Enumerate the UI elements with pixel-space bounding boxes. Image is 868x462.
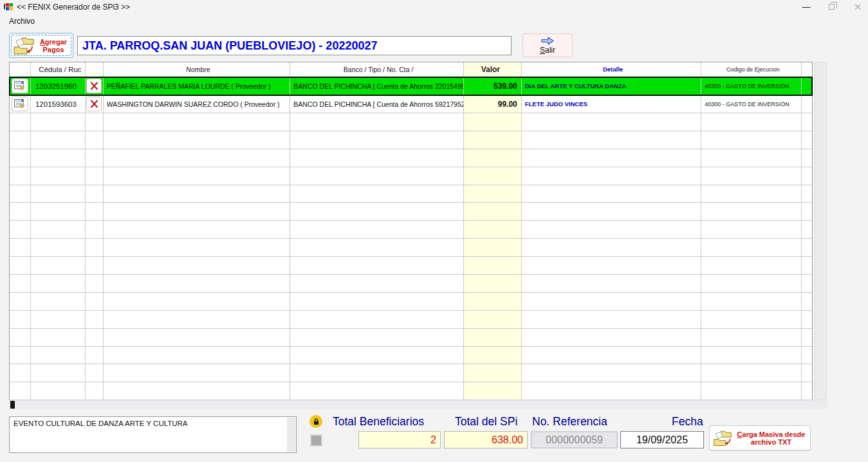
empty-cell [10, 347, 31, 364]
empty-cell [464, 257, 522, 274]
empty-cell [86, 167, 104, 185]
table-row[interactable]: 1201593603WASHINGTON DARWIN SUAREZ CORDO… [10, 95, 812, 113]
empty-cell [31, 239, 86, 256]
empty-cell [86, 311, 104, 328]
folder-transfer-icon [712, 429, 733, 447]
edit-cell [10, 77, 31, 95]
empty-cell [31, 275, 86, 292]
empty-cell [86, 364, 104, 382]
app-window-icon [3, 3, 14, 12]
empty-cell [522, 293, 702, 310]
table-row-empty[interactable] [10, 275, 812, 293]
salir-button[interactable]: Salir [522, 33, 573, 57]
table-row-empty[interactable] [10, 329, 812, 347]
empty-cell [104, 257, 291, 274]
cell-codigo[interactable]: 40300 - GASTO DE INVERSIÓN [701, 95, 802, 113]
empty-cell [701, 364, 802, 382]
table-row-empty[interactable] [10, 364, 812, 382]
empty-cell [86, 239, 104, 256]
empty-cell [290, 257, 464, 274]
table-row-empty[interactable] [10, 113, 812, 131]
table-row-empty[interactable] [10, 167, 812, 185]
horizontal-scrollbar[interactable] [9, 400, 827, 409]
table-row-empty[interactable] [10, 347, 812, 365]
close-button[interactable]: ✕ [847, 0, 868, 14]
total-beneficiarios-label: Total Beneficiarios [333, 415, 424, 429]
agregar-pagos-button[interactable]: Agregar Pagos [9, 33, 73, 58]
empty-cell [86, 257, 104, 274]
cell-detalle[interactable]: DIA DEL ARTE Y CULTURA DANZA [522, 77, 702, 95]
empty-cell [31, 131, 86, 149]
fecha-field[interactable]: 19/09/2025 [620, 431, 704, 448]
cell-nombre[interactable]: WASHINGTON DARWIN SUAREZ CORDO ( Proveed… [104, 95, 291, 113]
minimize-button[interactable]: — [795, 0, 817, 14]
table-row-empty[interactable] [10, 311, 812, 329]
cell-detalle[interactable]: FLETE JUDO VINCES [522, 95, 702, 113]
cell-banco[interactable]: BANCO DEL PICHINCHA [ Cuenta de Ahorros … [290, 95, 464, 113]
empty-cell [522, 221, 702, 238]
empty-cell [104, 364, 291, 382]
empty-cell [31, 113, 86, 131]
carga-masiva-button[interactable]: Carga Masiva desde archivo TXT [709, 425, 811, 450]
cell-codigo[interactable]: 40300 - GASTO DE INVERSIÓN [701, 77, 802, 95]
table-row-empty[interactable] [10, 131, 812, 149]
empty-cell [104, 382, 291, 400]
empty-cell [86, 203, 104, 220]
empty-cell [522, 347, 702, 364]
cell-cedula[interactable]: 1201593603 [31, 95, 86, 113]
empty-cell [802, 275, 812, 292]
cell-nombre[interactable]: PEÑAFIEL PARRALES MARIA LOURDE ( Proveed… [104, 77, 291, 95]
empty-cell [10, 311, 31, 328]
empty-cell [701, 239, 802, 256]
empty-cell [86, 293, 104, 310]
edit-row-button[interactable] [12, 97, 28, 111]
entity-title-input[interactable] [77, 36, 512, 55]
horizontal-scrollbar-thumb[interactable] [10, 401, 15, 409]
empty-cell [701, 329, 802, 346]
empty-cell [31, 203, 86, 220]
cell-valor[interactable]: 539.00 [464, 77, 522, 95]
empty-cell [802, 347, 812, 364]
empty-cell [522, 167, 702, 185]
table-row-empty[interactable] [10, 382, 812, 400]
empty-cell [522, 364, 702, 382]
empty-cell [802, 113, 812, 131]
table-row-empty[interactable] [10, 149, 812, 167]
gray-square-button[interactable] [310, 434, 322, 447]
table-row[interactable]: 1203251960PEÑAFIEL PARRALES MARIA LOURDE… [10, 77, 812, 95]
empty-cell [104, 113, 291, 131]
empty-cell [464, 382, 522, 400]
table-row-empty[interactable] [10, 221, 812, 239]
textarea-scrollbar[interactable] [287, 418, 295, 452]
empty-cell [290, 347, 464, 364]
menu-archivo[interactable]: Archivo [6, 15, 37, 27]
edit-row-button[interactable] [12, 79, 28, 93]
cell-cedula[interactable]: 1203251960 [31, 77, 86, 95]
cell-banco[interactable]: BANCO DEL PICHINCHA [ Cuenta de Ahorros … [290, 77, 464, 95]
empty-cell [104, 131, 291, 149]
empty-cell [464, 131, 522, 149]
restore-icon [829, 4, 835, 10]
empty-cell [290, 382, 464, 400]
restore-button[interactable] [821, 0, 843, 14]
table-row-empty[interactable] [10, 239, 812, 257]
table-row-empty[interactable] [10, 185, 812, 203]
empty-cell [522, 203, 702, 220]
empty-cell [10, 221, 31, 238]
delete-row-button[interactable] [86, 79, 102, 93]
empty-cell [10, 239, 31, 256]
delete-row-button[interactable] [86, 97, 102, 111]
empty-cell [802, 203, 812, 220]
cell-valor[interactable]: 99.00 [464, 95, 522, 113]
empty-cell [86, 347, 104, 364]
empty-cell [31, 221, 86, 238]
table-row-empty[interactable] [10, 293, 812, 311]
empty-cell [701, 149, 802, 167]
table-row-empty[interactable] [10, 203, 812, 221]
event-detail-textarea[interactable]: EVENTO CULTURAL DE DANZA ARTE Y CULTURA [9, 416, 297, 453]
table-row-empty[interactable] [10, 257, 812, 275]
empty-cell [464, 167, 522, 185]
empty-cell [86, 149, 104, 167]
empty-cell [104, 185, 291, 203]
vertical-scrollbar[interactable] [815, 62, 827, 400]
